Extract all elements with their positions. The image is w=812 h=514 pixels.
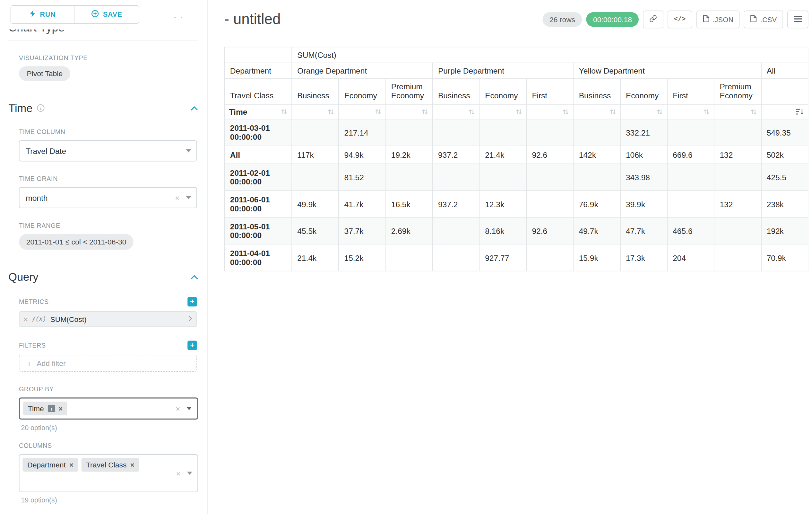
sort-desc-active-icon[interactable] [795,108,804,115]
info-icon[interactable]: i [48,405,55,412]
remove-pill-icon[interactable]: × [69,461,73,469]
row-label: 2011-04-01 00:00:00 [225,244,292,271]
add-filter-label: Add filter [37,359,65,368]
table-row: 2011-05-01 00:00:0045.5k37.7k2.69k8.16k9… [225,217,808,244]
pivot-cell: 132 [714,146,761,164]
pivot-cell: 37.7k [339,217,385,244]
share-link-button[interactable] [643,10,663,29]
visualization-type-label: VISUALIZATION TYPE [19,54,197,62]
sortable-column-cell [667,104,714,119]
pivot-cell: 47.7k [620,217,667,244]
pivot-cell: 217.14 [339,119,385,146]
chevron-up-icon[interactable] [191,106,198,111]
chart-title[interactable]: - untitled [224,11,281,28]
pivot-cell [386,119,433,146]
add-metric-button[interactable]: + [187,297,197,306]
sort-toggle-icon[interactable] [281,108,288,115]
query-section-title: Query [8,271,38,283]
sortable-column-cell [480,104,526,119]
pivot-cell: 45.5k [292,217,339,244]
travel-class-header: Economy [620,79,667,104]
add-filter-dropzone[interactable]: + Add filter [19,355,197,372]
view-query-button[interactable]: </> [668,10,692,29]
pivot-cell [433,119,480,146]
sort-toggle-icon[interactable] [656,108,663,115]
panel-resize-handle[interactable] [174,17,182,18]
pivot-cell: 502k [761,146,808,164]
pivot-cell: 117k [292,146,339,164]
pivot-cell [667,190,714,217]
selected-option-pill[interactable]: Timei× [23,402,67,415]
filters-label: FILTERS [19,342,46,349]
sort-toggle-icon[interactable] [375,108,381,115]
pivot-cell [292,164,339,190]
export-csv-button[interactable]: .CSV [744,10,783,29]
visualization-type-value[interactable]: Pivot Table [19,66,70,81]
add-filter-button[interactable]: + [187,341,197,350]
sortable-column-cell [292,104,339,119]
selected-option-pill[interactable]: Travel Class× [81,458,139,471]
run-button[interactable]: RUN [11,6,75,23]
lightning-icon [30,10,36,19]
group-by-select[interactable]: Timei× × [19,397,198,420]
sort-toggle-icon[interactable] [562,108,569,115]
save-button[interactable]: SAVE [75,6,139,23]
columns-pills: Department×Travel Class× [23,458,139,471]
clear-icon[interactable]: × [176,404,180,412]
time-grain-value: month [26,193,48,202]
sort-toggle-icon[interactable] [609,108,616,115]
pill-label: Travel Class [86,461,126,469]
pivot-cell [526,190,573,217]
clear-icon[interactable]: × [176,469,181,477]
travel-class-header: Economy [480,79,526,104]
pivot-cell: 92.6 [526,146,573,164]
time-range-value[interactable]: 2011-01-01 ≤ col < 2011-06-30 [19,234,134,250]
metrics-label: METRICS [19,298,49,305]
columns-select[interactable]: Department×Travel Class× × [19,454,198,492]
export-json-button[interactable]: .JSON [696,10,740,29]
travel-class-header: Economy [339,79,385,104]
pivot-cell: 41.7k [339,190,385,217]
travel-class-header: Business [573,79,620,104]
travel-class-header: Premium Economy [386,79,433,104]
pivot-cell [386,164,433,190]
sort-toggle-icon[interactable] [703,108,710,115]
metric-chip[interactable]: × ƒ(x) SUM(Cost) [19,311,197,327]
pivot-cell [526,119,573,146]
chart-area: - untitled 26 rows 00:00:00.18 </> .JSON… [208,0,812,514]
remove-metric-icon[interactable]: × [24,315,28,323]
more-menu-button[interactable] [787,10,808,29]
row-label: 2011-02-01 00:00:00 [225,164,292,190]
pivot-cell: 19.2k [386,146,433,164]
sort-toggle-icon[interactable] [516,108,522,115]
pivot-cell: 465.6 [667,217,714,244]
pivot-cell: 669.6 [667,146,714,164]
pivot-cell: 70.9k [761,244,808,271]
pivot-cell: 937.2 [433,146,480,164]
chevron-right-icon[interactable] [188,315,192,324]
row-label: 2011-06-01 00:00:00 [225,190,292,217]
table-row: 2011-06-01 00:00:0049.9k41.7k16.5k937.21… [225,190,808,217]
table-row: 2011-03-01 00:00:00217.14332.21549.35 [225,119,808,146]
pill-label: Time [28,404,44,412]
pivot-cell [667,119,714,146]
selected-option-pill[interactable]: Department× [23,458,78,471]
time-column-select[interactable]: Travel Date [19,140,197,161]
sort-toggle-icon[interactable] [328,108,335,115]
table-row: All117k94.9k19.2k937.221.4k92.6142k106k6… [225,146,808,164]
time-section-title: Time [8,102,32,114]
sortable-column-cell [573,104,620,119]
pivot-table-container: SUM(Cost)DepartmentOrange DepartmentPurp… [224,47,809,271]
sort-toggle-icon[interactable] [422,108,428,115]
sort-toggle-icon[interactable] [469,108,475,115]
sort-toggle-icon[interactable] [750,108,757,115]
clear-icon[interactable]: × [175,194,179,202]
remove-pill-icon[interactable]: × [59,404,63,412]
row-label: 2011-05-01 00:00:00 [225,217,292,244]
time-grain-select[interactable]: month × [19,187,197,208]
pivot-cell: 204 [667,244,714,271]
pivot-cell: 238k [761,190,808,217]
chevron-up-icon[interactable] [191,275,198,279]
pivot-cell [292,119,339,146]
remove-pill-icon[interactable]: × [130,461,134,469]
